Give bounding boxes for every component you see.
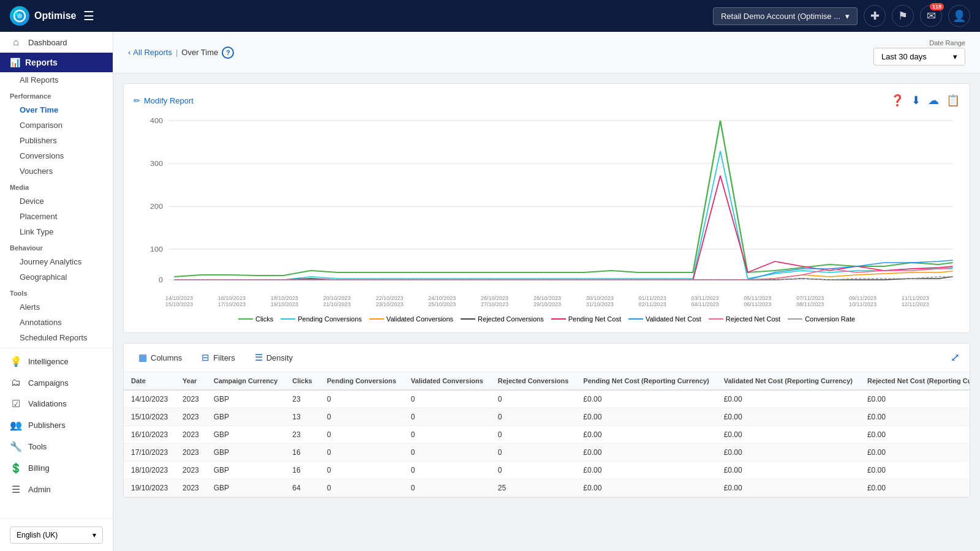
sidebar-item-conversions[interactable]: Conversions [0,148,113,163]
x-label: 16/10/202317/10/2023 [218,295,246,307]
publishers-nav-icon: 👥 [10,419,22,431]
table-cell: 0 [491,390,576,408]
sidebar-item-campaigns[interactable]: 🗂 Campaigns [0,372,113,393]
table-cell: £0.00 [576,444,716,462]
table-cell: GBP [206,444,285,462]
sidebar-item-publishers[interactable]: Publishers [0,133,113,148]
breadcrumb-current: Over Time [181,48,218,57]
sidebar-item-tools-nav[interactable]: 🔧 Tools [0,436,113,457]
sidebar-item-geographical[interactable]: Geographical [0,269,113,285]
x-label: 03/11/202304/11/2023 [691,295,718,307]
table-cell: 64 [285,479,319,497]
user-icon[interactable]: 👤 [948,5,970,27]
svg-text:100: 100 [150,246,163,253]
sidebar-bottom: English (UK) ▾ [0,519,113,551]
sidebar-item-comparison[interactable]: Comparison [0,118,113,133]
validations-icon: ☑ [10,398,22,410]
table-cell: £0.00 [576,408,716,426]
table-cell: GBP [206,390,285,408]
sidebar-item-dashboard[interactable]: ⌂ Dashboard [0,32,113,53]
modify-report-button[interactable]: ✏ Modify Report [134,96,194,105]
breadcrumb-separator: | [176,48,178,57]
table-row: 17/10/20232023GBP16000£0.00£0.00£0.00 [124,444,970,462]
language-selector[interactable]: English (UK) ▾ [10,527,103,544]
sidebar-item-validations[interactable]: ☑ Validations [0,393,113,414]
col-pending-conversions: Pending Conversions [320,372,404,390]
chart-upload-icon[interactable]: ☁ [928,94,939,107]
sidebar-item-journey-analytics[interactable]: Journey Analytics [0,254,113,269]
table-cell: 0 [491,408,576,426]
sidebar-item-alerts[interactable]: Alerts [0,299,113,315]
add-icon[interactable]: ✚ [864,5,886,27]
chart-legend: Clicks Pending Conversions Validated Con… [134,315,960,323]
chart-export-icon[interactable]: 📋 [946,94,960,107]
svg-text:400: 400 [150,117,163,125]
sidebar-item-scheduled-reports[interactable]: Scheduled Reports [0,330,113,345]
sidebar-item-annotations[interactable]: Annotations [0,315,113,330]
table-wrapper: Date Year Campaign Currency Clicks Pendi… [124,372,970,497]
sidebar-item-publishers-nav[interactable]: 👥 Publishers [0,414,113,436]
legend-rejected-net-cost: Rejected Net Cost [709,315,780,323]
expand-table-icon[interactable]: ⤢ [951,351,960,364]
table-cell: 0 [320,444,404,462]
filters-button[interactable]: ⊟ Filters [197,350,239,365]
x-label: 14/10/202315/10/2023 [165,295,193,307]
logo[interactable]: Optimise [10,6,76,26]
x-label: 11/11/202312/11/2023 [902,295,929,307]
data-table: Date Year Campaign Currency Clicks Pendi… [124,372,970,497]
table-cell: £0.00 [576,462,716,479]
sidebar-item-intelligence[interactable]: 💡 Intelligence [0,351,113,372]
sidebar-item-admin[interactable]: ☰ Admin [0,479,113,500]
table-cell: 14/10/2023 [124,390,175,408]
svg-text:0: 0 [159,276,163,284]
table-body: 14/10/20232023GBP23000£0.00£0.00£0.0015/… [124,390,970,497]
table-cell: 16/10/2023 [124,426,175,444]
table-cell: GBP [206,462,285,479]
sidebar-item-link-type[interactable]: Link Type [0,224,113,239]
sidebar-item-billing[interactable]: 💲 Billing [0,457,113,479]
table-cell: £0.00 [860,390,970,408]
table-cell: GBP [206,479,285,497]
table-cell: 13 [285,408,319,426]
sidebar-item-device[interactable]: Device [0,193,113,209]
table-cell: £0.00 [860,426,970,444]
back-to-all-reports[interactable]: ‹ All Reports [128,48,172,57]
svg-text:300: 300 [150,160,163,168]
table-cell: 0 [404,408,491,426]
flag-icon[interactable]: ⚑ [892,5,914,27]
x-label: 26/10/202327/10/2023 [481,295,508,307]
table-cell: 0 [320,462,404,479]
hamburger-icon[interactable]: ☰ [83,9,94,23]
dashboard-icon: ⌂ [10,37,22,48]
columns-button[interactable]: ▦ Columns [134,350,187,365]
chart-help-icon[interactable]: ❓ [891,94,904,107]
help-icon[interactable]: ? [222,47,234,59]
sidebar-item-over-time[interactable]: Over Time [0,102,113,118]
media-category: Media [0,179,113,193]
back-arrow-icon: ‹ [128,48,130,57]
date-range-selector[interactable]: Last 30 days ▾ [873,48,965,66]
table-cell: 0 [491,444,576,462]
table-toolbar-left: ▦ Columns ⊟ Filters ☰ Density [134,350,298,365]
table-cell: 0 [404,444,491,462]
account-selector[interactable]: Retail Demo Account (Optimise ... ▾ [713,7,858,25]
table-cell: 16 [285,462,319,479]
mail-icon[interactable]: ✉ 118 [920,5,942,27]
table-cell: 15/10/2023 [124,408,175,426]
table-cell: 0 [320,426,404,444]
sidebar-item-vouchers[interactable]: Vouchers [0,163,113,179]
table-cell: £0.00 [576,426,716,444]
legend-pending-conversions: Pending Conversions [281,315,362,323]
sidebar-item-all-reports[interactable]: All Reports [0,72,113,88]
account-name: Retail Demo Account (Optimise ... [721,12,840,21]
tools-category: Tools [0,285,113,299]
col-year: Year [175,372,206,390]
table-cell: 19/10/2023 [124,479,175,497]
x-label: 09/11/202310/11/2023 [849,295,876,307]
table-cell: 2023 [175,479,206,497]
chart-download-icon[interactable]: ⬇ [911,94,921,107]
divider [0,348,113,348]
density-button[interactable]: ☰ Density [250,350,298,365]
table-toolbar: ▦ Columns ⊟ Filters ☰ Density ⤢ [124,343,970,372]
sidebar-item-placement[interactable]: Placement [0,209,113,224]
